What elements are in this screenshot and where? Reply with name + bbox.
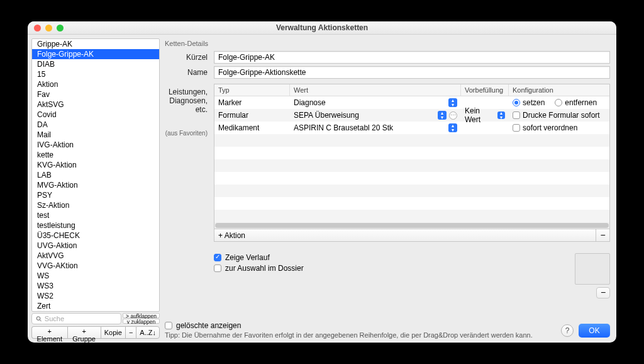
remove-thumbnail-button[interactable]: −: [596, 287, 610, 299]
left-panel: Grippe-AKFolge-Grippe-AKDIAB15AktionFavA…: [31, 38, 160, 339]
list-item[interactable]: Ü35-CHECK: [32, 230, 159, 241]
remove-button[interactable]: −: [125, 326, 136, 339]
list-item[interactable]: 15: [32, 69, 159, 79]
chain-list[interactable]: Grippe-AKFolge-Grippe-AKDIAB15AktionFavA…: [31, 38, 160, 312]
list-item[interactable]: DA: [32, 120, 159, 130]
search-input-wrap[interactable]: [31, 313, 121, 324]
actions-table: Typ Wert Vorbefüllung Konfiguration Mark…: [214, 84, 610, 229]
footer: gelöschte anzeigen Tipp: Die Übernahme d…: [164, 319, 610, 339]
options-checks: Zeige Verlauf zur Auswahl im Dossier: [214, 253, 570, 299]
tip-text: Tipp: Die Übernahme der Favoriten erfolg…: [165, 331, 561, 339]
list-item[interactable]: Aktion: [32, 79, 159, 89]
add-action-button[interactable]: + Aktion: [214, 231, 596, 240]
table-row[interactable]: Medikament ASPIRIN C Brausetabl 20 Stk▴▾…: [214, 122, 609, 134]
list-item[interactable]: test: [32, 210, 159, 220]
window: Verwaltung Aktionsketten Grippe-AKFolge-…: [28, 21, 616, 343]
dropdown-icon[interactable]: ▴▾: [448, 123, 457, 132]
list-item[interactable]: Grippe-AK: [32, 39, 159, 49]
list-item[interactable]: kette: [32, 150, 159, 160]
list-item[interactable]: VVG-AKtion: [32, 261, 159, 271]
table-row[interactable]: Formular SEPA Überweisung▴▾⋯ Kein Wert▴▾…: [214, 109, 609, 122]
list-toolbar: + Element + Gruppe Kopie − A..Z↓: [31, 326, 160, 339]
list-item[interactable]: Mail: [32, 130, 159, 140]
copy-button[interactable]: Kopie: [101, 326, 125, 339]
list-item[interactable]: Covid: [32, 110, 159, 120]
list-item[interactable]: Zert: [32, 301, 159, 311]
kuerzel-field[interactable]: [214, 51, 610, 64]
list-item[interactable]: WS2: [32, 291, 159, 301]
preview-thumbnail: [575, 253, 610, 285]
list-item[interactable]: DIAB: [32, 59, 159, 69]
horizontal-scrollbar[interactable]: [214, 222, 609, 229]
list-item[interactable]: WS: [32, 271, 159, 281]
titlebar: Verwaltung Aktionsketten: [28, 21, 616, 35]
details-group-label: Ketten-Details: [165, 40, 610, 47]
list-item[interactable]: LAB: [32, 170, 159, 180]
sort-button[interactable]: A..Z↓: [136, 326, 160, 339]
help-button[interactable]: ?: [561, 324, 574, 337]
list-item[interactable]: PSY: [32, 190, 159, 200]
list-item[interactable]: AktVVG: [32, 251, 159, 261]
add-group-button[interactable]: + Gruppe: [67, 326, 101, 339]
list-item[interactable]: UVG-Aktion: [32, 241, 159, 251]
right-panel: Ketten-Details Kürzel Name Leistungen, D…: [164, 38, 613, 339]
col-wert: Wert: [290, 84, 461, 96]
col-konf: Konfiguration: [509, 84, 609, 96]
add-element-button[interactable]: + Element: [31, 326, 67, 339]
window-title: Verwaltung Aktionsketten: [28, 23, 616, 32]
checkbox[interactable]: [513, 111, 520, 119]
checkbox[interactable]: [513, 124, 520, 132]
list-item[interactable]: KVG-Aktion: [32, 160, 159, 170]
list-item[interactable]: IVG-Aktion: [32, 140, 159, 150]
search-icon: [36, 316, 42, 322]
radio-entfernen[interactable]: [555, 99, 562, 106]
dropdown-icon[interactable]: ▴▾: [438, 111, 447, 120]
list-item[interactable]: Sz-Aktion: [32, 200, 159, 210]
kuerzel-label: Kürzel: [164, 53, 214, 62]
list-item[interactable]: Folge-Grippe-AK: [32, 49, 159, 59]
rows-side-label: Leistungen, Diagnosen, etc. (aus Favorit…: [164, 84, 214, 299]
col-typ: Typ: [214, 84, 290, 96]
ok-button[interactable]: OK: [579, 324, 610, 338]
dropdown-icon[interactable]: ▴▾: [448, 98, 457, 107]
table-body: Marker Diagnose▴▾ setzen entfernen: [214, 96, 609, 222]
list-item[interactable]: MVG-Aktion: [32, 180, 159, 190]
checkbox-verlauf[interactable]: [214, 254, 221, 261]
list-item[interactable]: Fav: [32, 89, 159, 100]
more-icon[interactable]: ⋯: [449, 111, 457, 120]
collapse-button[interactable]: v zuklappen: [123, 319, 160, 324]
radio-setzen[interactable]: [513, 99, 520, 106]
name-field[interactable]: [214, 66, 610, 79]
remove-action-button[interactable]: −: [596, 229, 609, 241]
checkbox-dossier[interactable]: [214, 264, 221, 272]
expand-button[interactable]: > aufklappen: [123, 313, 160, 318]
list-item[interactable]: testleistung: [32, 220, 159, 230]
table-row[interactable]: Marker Diagnose▴▾ setzen entfernen: [214, 96, 609, 109]
checkbox-show-deleted[interactable]: [165, 322, 172, 329]
add-action-bar: + Aktion −: [214, 229, 610, 242]
name-label: Name: [164, 68, 214, 77]
dropdown-icon[interactable]: ▴▾: [497, 111, 505, 119]
list-item[interactable]: AktSVG: [32, 100, 159, 110]
content: Grippe-AKFolge-Grippe-AKDIAB15AktionFavA…: [28, 35, 616, 343]
list-item[interactable]: WS3: [32, 281, 159, 291]
col-vor: Vorbefüllung: [461, 84, 509, 96]
search-input[interactable]: [45, 315, 117, 322]
